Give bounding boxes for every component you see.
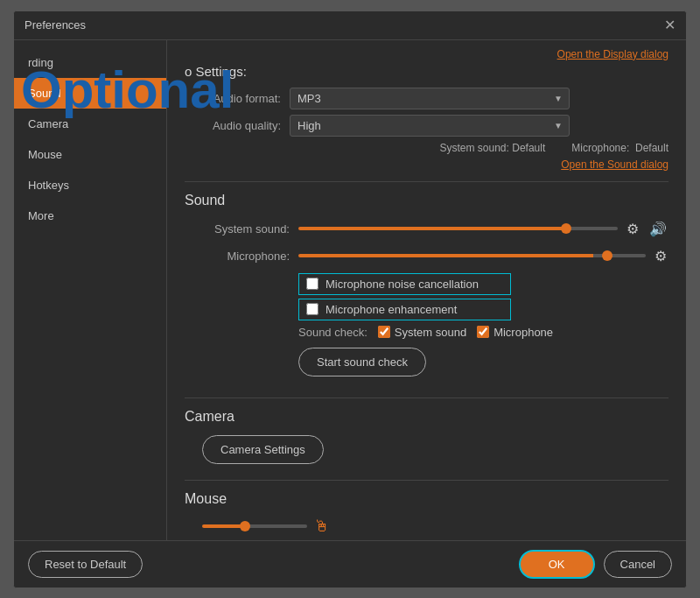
noise-cancellation-checkbox[interactable] xyxy=(306,278,318,290)
open-sound-dialog-link[interactable]: Open the Sound dialog xyxy=(561,158,668,171)
audio-format-label: Audio format: xyxy=(185,92,281,105)
mic-enhancement-checkbox[interactable] xyxy=(306,303,318,315)
audio-format-row: Audio format: MP3 xyxy=(185,88,668,109)
cancel-button[interactable]: Cancel xyxy=(604,551,672,578)
open-display-dialog-link[interactable]: Open the Display dialog xyxy=(557,48,668,60)
microphone-status: Microphone: Default xyxy=(571,142,668,154)
system-sound-slider-row: System sound: ⚙ 🔊 xyxy=(185,219,668,239)
system-sound-slider-container: ⚙ 🔊 xyxy=(298,219,668,239)
status-row: System sound: Default Microphone: Defaul… xyxy=(185,142,668,154)
microphone-check-item: Microphone xyxy=(477,326,553,339)
mic-enhancement-row: Microphone enhancement xyxy=(298,299,511,320)
microphone-slider[interactable] xyxy=(298,254,646,257)
camera-settings-button[interactable]: Camera Settings xyxy=(202,435,324,464)
sound-section-title: Sound xyxy=(185,193,668,208)
microphone-check-checkbox[interactable] xyxy=(477,326,489,338)
system-sound-check-item: System sound xyxy=(378,326,466,339)
sidebar: Optional rding Sound Camera Mouse Hotkey… xyxy=(14,40,167,540)
dialog-body: Optional rding Sound Camera Mouse Hotkey… xyxy=(14,40,686,540)
sidebar-item-recording[interactable]: rding xyxy=(14,47,166,78)
audio-format-select-wrapper: MP3 xyxy=(290,88,570,109)
camera-section: Camera Camera Settings xyxy=(185,409,668,473)
preferences-dialog: Preferences ✕ Optional rding Sound Camer… xyxy=(13,11,687,588)
system-sound-status: System sound: Default xyxy=(440,142,546,154)
sound-section: Sound System sound: ⚙ 🔊 Microphone: ⚙ xyxy=(185,193,668,390)
dialog-title: Preferences xyxy=(24,18,86,32)
sound-check-label: Sound check: xyxy=(298,326,368,339)
mouse-icon: 🖱 xyxy=(314,517,330,536)
top-link-area: Open the Display dialog xyxy=(185,40,668,64)
sidebar-item-more[interactable]: More xyxy=(14,201,166,231)
audio-quality-row: Audio quality: High xyxy=(185,115,668,137)
microphone-check-label[interactable]: Microphone xyxy=(494,326,553,339)
audio-quality-select[interactable]: High xyxy=(290,115,570,137)
system-sound-volume-icon[interactable]: 🔊 xyxy=(648,219,668,239)
noise-cancellation-row: Microphone noise cancellation xyxy=(298,273,511,295)
microphone-gear-icon[interactable]: ⚙ xyxy=(653,246,668,266)
footer-right: OK Cancel xyxy=(519,550,672,579)
system-sound-label: System sound: xyxy=(185,222,290,236)
system-sound-check-checkbox[interactable] xyxy=(378,326,390,338)
audio-quality-label: Audio quality: xyxy=(185,119,281,132)
system-sound-gear-icon[interactable]: ⚙ xyxy=(625,219,640,239)
sidebar-item-mouse[interactable]: Mouse xyxy=(14,139,166,170)
main-content: Open the Display dialog o Settings: Audi… xyxy=(167,40,686,540)
mouse-section-title: Mouse xyxy=(185,491,668,507)
footer: Reset to Default OK Cancel xyxy=(14,540,686,587)
mouse-slider-row: 🖱 xyxy=(202,517,668,536)
sidebar-item-hotkeys[interactable]: Hotkeys xyxy=(14,170,166,201)
system-sound-check-label[interactable]: System sound xyxy=(395,326,466,339)
microphone-slider-container: ⚙ xyxy=(298,246,668,266)
noise-cancellation-label[interactable]: Microphone noise cancellation xyxy=(326,278,479,291)
camera-section-title: Camera xyxy=(185,409,668,425)
close-button[interactable]: ✕ xyxy=(664,18,676,32)
mouse-slider[interactable] xyxy=(202,524,307,528)
microphone-slider-row: Microphone: ⚙ xyxy=(185,246,668,266)
audio-format-select[interactable]: MP3 xyxy=(290,88,570,109)
sidebar-item-camera[interactable]: Camera xyxy=(14,109,166,139)
ok-button[interactable]: OK xyxy=(519,550,595,579)
title-bar-left: Preferences xyxy=(24,18,86,32)
sound-check-row: Sound check: System sound Microphone xyxy=(185,326,668,339)
audio-quality-select-wrapper: High xyxy=(290,115,570,137)
open-sound-link-area: Open the Sound dialog xyxy=(185,158,668,171)
microphone-slider-label: Microphone: xyxy=(185,250,290,263)
start-sound-check-button[interactable]: Start sound check xyxy=(298,348,426,376)
title-bar: Preferences ✕ xyxy=(14,11,686,40)
mic-enhancement-label[interactable]: Microphone enhancement xyxy=(326,303,457,316)
audio-settings: o Settings: Audio format: MP3 Audio qual… xyxy=(185,64,668,171)
reset-to-default-button[interactable]: Reset to Default xyxy=(28,551,143,578)
audio-settings-title: o Settings: xyxy=(185,64,247,79)
sidebar-item-sound[interactable]: Sound xyxy=(14,78,166,109)
system-sound-slider[interactable] xyxy=(298,227,618,230)
mouse-section: Mouse 🖱 xyxy=(185,491,668,536)
microphone-checkbox-group: Microphone noise cancellation Microphone… xyxy=(298,273,668,320)
